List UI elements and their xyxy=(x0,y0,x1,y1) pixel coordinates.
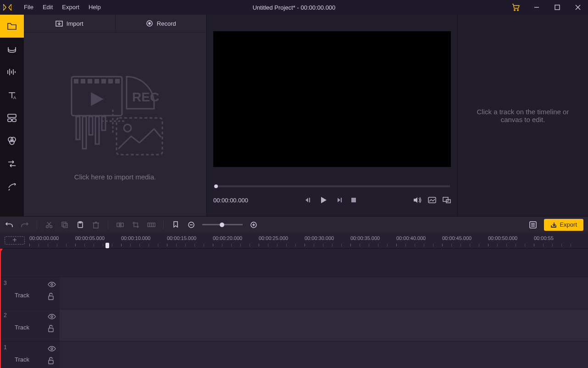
track-name: Track xyxy=(15,324,29,331)
sidebar-effects[interactable] xyxy=(0,175,24,198)
preview-panel: 00:00:00.000 xyxy=(206,15,458,216)
svg-marker-46 xyxy=(338,198,340,202)
track-row[interactable]: 2Track xyxy=(0,309,588,341)
svg-rect-17 xyxy=(12,119,16,122)
media-panel: Import Record REC xyxy=(24,15,206,216)
track-row[interactable]: 3Track xyxy=(0,277,588,309)
preview-scrubber[interactable] xyxy=(214,185,450,187)
track-row[interactable]: 1Track xyxy=(0,341,588,368)
track-visibility-toggle[interactable] xyxy=(48,346,56,351)
zoom-out-button[interactable] xyxy=(187,220,196,229)
ruler-tick: 00:00:10.000 xyxy=(121,235,150,241)
timeline-ruler[interactable]: 00:00:00.00000:00:05.00000:00:10.00000:0… xyxy=(0,233,588,249)
export-button[interactable]: Export xyxy=(544,219,583,231)
export-button-label: Export xyxy=(560,221,577,228)
volume-button[interactable] xyxy=(413,196,422,204)
prev-frame-button[interactable] xyxy=(305,197,311,203)
svg-line-55 xyxy=(48,222,51,226)
sidebar-elements[interactable] xyxy=(0,106,24,129)
range-marker[interactable] xyxy=(105,243,109,248)
svg-text:A: A xyxy=(13,95,16,100)
fullscreen-button[interactable] xyxy=(443,197,451,203)
svg-rect-38 xyxy=(102,117,105,130)
ruler-tick: 00:00:20.000 xyxy=(213,235,242,241)
track-content[interactable] xyxy=(60,309,588,341)
track-lock-toggle[interactable] xyxy=(48,325,56,332)
zoom-slider[interactable] xyxy=(202,224,243,225)
import-dropzone[interactable]: REC Click here to import media. xyxy=(24,33,206,216)
track-number: 2 xyxy=(4,312,7,318)
minimize-button[interactable] xyxy=(526,0,547,15)
sidebar-text[interactable]: A xyxy=(0,84,24,106)
svg-rect-26 xyxy=(81,79,85,84)
preview-canvas[interactable] xyxy=(213,31,451,167)
sidebar-audio[interactable] xyxy=(0,61,24,84)
track-lock-toggle[interactable] xyxy=(48,293,56,300)
zoom-in-button[interactable] xyxy=(249,220,258,229)
svg-marker-43 xyxy=(305,198,308,202)
menu-help[interactable]: Help xyxy=(84,0,105,15)
play-button[interactable] xyxy=(319,196,327,204)
svg-point-40 xyxy=(124,124,131,132)
settings-button[interactable] xyxy=(528,220,538,229)
crop-button[interactable] xyxy=(131,220,140,229)
sidebar-filters[interactable] xyxy=(0,129,24,152)
track-lock-toggle[interactable] xyxy=(48,357,56,364)
track-name: Track xyxy=(15,356,29,363)
svg-rect-81 xyxy=(49,296,53,300)
ruler-tick: 00:00:55 xyxy=(534,235,554,241)
sidebar-overlays[interactable] xyxy=(0,38,24,61)
ruler-tick: 00:00:50.000 xyxy=(488,235,517,241)
svg-point-80 xyxy=(51,284,53,285)
track-header: 2Track xyxy=(0,309,60,341)
maximize-button[interactable] xyxy=(547,0,567,15)
properties-hint: Click a track on the timeline or canvas … xyxy=(467,108,579,123)
track-header: 3Track xyxy=(0,277,60,309)
timeline: 00:00:00.00000:00:05.00000:00:10.00000:0… xyxy=(0,233,588,368)
menu-edit[interactable]: Edit xyxy=(38,0,57,15)
track-visibility-toggle[interactable] xyxy=(48,314,56,319)
svg-rect-83 xyxy=(49,328,53,332)
svg-point-3 xyxy=(517,10,518,11)
close-button[interactable] xyxy=(567,0,588,15)
svg-rect-85 xyxy=(49,360,53,364)
snapshot-button[interactable] xyxy=(428,197,436,203)
import-tab[interactable]: Import xyxy=(24,15,116,32)
track-visibility-toggle[interactable] xyxy=(48,282,56,287)
paste-button[interactable] xyxy=(76,220,85,229)
track-content[interactable] xyxy=(60,341,588,368)
svg-rect-15 xyxy=(8,114,16,117)
track-content[interactable] xyxy=(60,277,588,309)
undo-button[interactable] xyxy=(5,220,14,229)
track-name: Track xyxy=(15,292,29,299)
cart-icon[interactable] xyxy=(505,0,526,15)
cut-button[interactable] xyxy=(44,220,54,229)
svg-rect-5 xyxy=(555,5,560,10)
svg-rect-35 xyxy=(83,117,86,149)
record-tab-label: Record xyxy=(157,20,176,27)
record-tab[interactable]: Record xyxy=(116,15,207,32)
menu-file[interactable]: File xyxy=(19,0,38,15)
copy-button[interactable] xyxy=(60,220,69,229)
svg-rect-64 xyxy=(117,223,119,227)
ruler-tick: 00:00:40.000 xyxy=(396,235,426,241)
app-logo xyxy=(0,4,15,11)
svg-rect-57 xyxy=(62,222,66,226)
redo-button[interactable] xyxy=(20,220,29,229)
tool-sidebar: A xyxy=(0,15,24,216)
next-frame-button[interactable] xyxy=(336,197,342,203)
svg-rect-61 xyxy=(94,223,98,228)
track-number: 3 xyxy=(4,280,7,286)
playhead[interactable] xyxy=(0,249,1,368)
split-button[interactable] xyxy=(116,220,125,229)
marker-button[interactable] xyxy=(171,220,180,229)
sidebar-media[interactable] xyxy=(0,15,24,38)
delete-button[interactable] xyxy=(91,220,100,229)
snap-button[interactable] xyxy=(147,220,156,229)
ruler-tick: 00:00:35.000 xyxy=(350,235,380,241)
sidebar-transitions[interactable] xyxy=(0,152,24,175)
add-track-button[interactable] xyxy=(5,236,25,245)
menu-export[interactable]: Export xyxy=(57,0,84,15)
track-header: 1Track xyxy=(0,341,60,368)
stop-button[interactable] xyxy=(350,197,357,203)
